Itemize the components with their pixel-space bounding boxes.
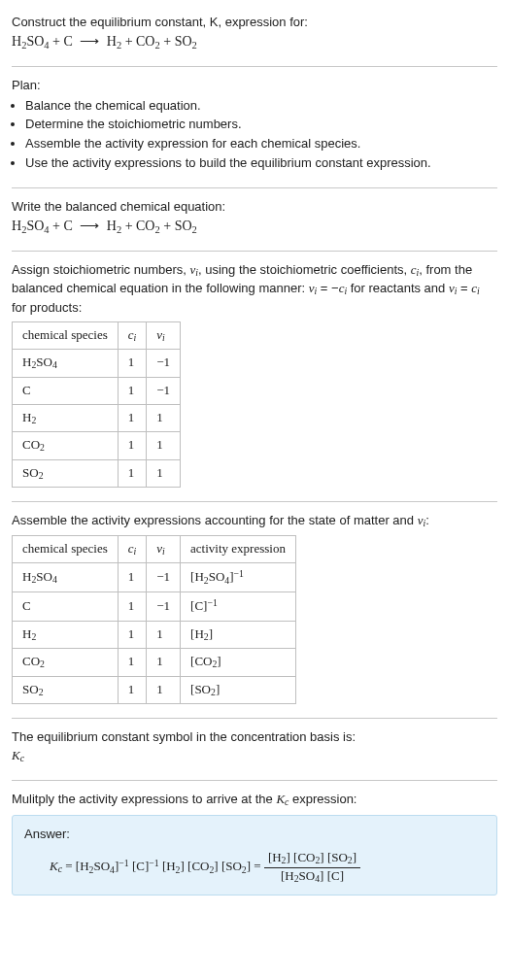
table-row: SO211[SO2]: [13, 676, 296, 704]
plan-block: Plan: Balance the chemical equation. Det…: [12, 71, 497, 184]
table-row: H211[H2]: [13, 621, 296, 649]
intro-line1: Construct the equilibrium constant, K, e…: [12, 14, 497, 32]
balanced-equation: H2SO4 + C ⟶ H2 + CO2 + SO2: [12, 217, 497, 237]
plan-item: Determine the stoichiometric numbers.: [25, 116, 497, 134]
plan-list: Balance the chemical equation. Determine…: [12, 97, 497, 173]
table-row: C1−1: [13, 377, 181, 404]
plan-title: Plan:: [12, 77, 497, 95]
table-row: H2SO41−1: [13, 350, 181, 378]
intro-block: Construct the equilibrium constant, K, e…: [12, 8, 497, 62]
plan-item: Assemble the activity expression for eac…: [25, 135, 497, 153]
kc-symbol-text: The equilibrium constant symbol in the c…: [12, 728, 497, 747]
answer-box: Answer: Kc = [H2SO4]−1 [C]−1 [H2] [CO2] …: [12, 815, 497, 896]
divider: [12, 780, 497, 781]
activity-block: Assemble the activity expressions accoun…: [12, 506, 497, 714]
stoich-table: chemical species ci νi H2SO41−1 C1−1 H21…: [12, 321, 181, 489]
balanced-text: Write the balanced chemical equation:: [12, 198, 497, 217]
table-row: CO211: [13, 432, 181, 460]
col-vi: νi: [147, 535, 181, 563]
col-species: chemical species: [13, 535, 119, 563]
divider: [12, 718, 497, 719]
col-ci: ci: [118, 321, 147, 350]
table-row: H211: [13, 404, 181, 432]
kc-symbol-block: The equilibrium constant symbol in the c…: [12, 723, 497, 775]
divider: [12, 251, 497, 252]
multiply-text: Mulitply the activity expressions to arr…: [12, 791, 497, 810]
table-header-row: chemical species ci νi activity expressi…: [13, 535, 296, 563]
answer-label: Answer:: [24, 826, 485, 844]
col-ci: ci: [118, 535, 147, 563]
table-row: SO211: [13, 459, 181, 488]
kc-symbol: Kc: [12, 747, 497, 766]
table-row: CO211[CO2]: [13, 649, 296, 677]
balanced-block: Write the balanced chemical equation: H2…: [12, 192, 497, 247]
col-vi: νi: [147, 321, 181, 350]
divider: [12, 187, 497, 188]
stoich-block: Assign stoichiometric numbers, νi, using…: [12, 255, 497, 498]
plan-item: Use the activity expressions to build th…: [25, 154, 497, 173]
col-species: chemical species: [13, 321, 119, 350]
divider: [12, 66, 497, 67]
col-activity: activity expression: [181, 535, 296, 563]
table-header-row: chemical species ci νi: [13, 321, 181, 350]
table-row: C1−1[C]−1: [13, 592, 296, 621]
main-equation: H2SO4 + C ⟶ H2 + CO2 + SO2: [12, 32, 497, 52]
table-row: H2SO41−1[H2SO4]−1: [13, 563, 296, 592]
answer-expression: Kc = [H2SO4]−1 [C]−1 [H2] [CO2] [SO2] = …: [24, 850, 485, 885]
divider: [12, 501, 497, 502]
activity-table: chemical species ci νi activity expressi…: [12, 535, 296, 704]
multiply-block: Mulitply the activity expressions to arr…: [12, 785, 497, 906]
stoich-text: Assign stoichiometric numbers, νi, using…: [12, 261, 497, 318]
activity-text: Assemble the activity expressions accoun…: [12, 512, 497, 531]
plan-item: Balance the chemical equation.: [25, 97, 497, 116]
